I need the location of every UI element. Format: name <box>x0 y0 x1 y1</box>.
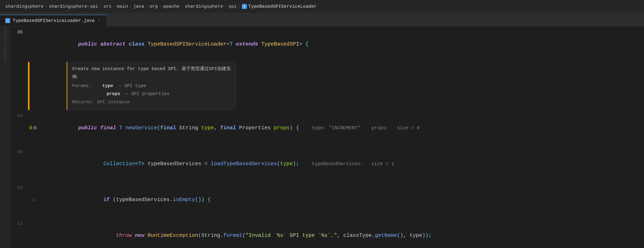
breadcrumb-file: J TypeBasedSPIServiceLoader <box>242 4 316 9</box>
gutter-51 <box>28 218 38 248</box>
code-line-51: 51 throw new RuntimeException(String.for… <box>10 218 644 248</box>
doc-desc2: 例 <box>72 73 231 81</box>
code-lines: 36 public abstract class TypeBasedSPISer… <box>10 26 644 248</box>
breadcrumb-sep-6: › <box>159 4 162 9</box>
tab-bar: J TypeBasedSPIServiceLoader.java × <box>0 13 644 26</box>
doc-param2-row: props – SPI properties <box>72 90 231 98</box>
doc-params: Params: type – SPI type <box>72 82 231 90</box>
doc-popup: Create new instance for type based SPI. … <box>66 62 236 110</box>
ide-root: shardingsphere › shardingsphere-spi › sr… <box>0 0 644 248</box>
doc-param1-name: type <box>102 83 113 88</box>
tab-label: TypeBasedSPIServiceLoader.java <box>12 18 95 23</box>
code-editor: 36 public abstract class TypeBasedSPISer… <box>10 26 644 248</box>
breadcrumb-org[interactable]: org <box>150 4 158 9</box>
code-line-49: 49 Collection<T> typeBasedServices = loa… <box>10 146 644 182</box>
doc-returns: Returns: SPI instance <box>72 99 231 106</box>
breadcrumb-shardingsphere-spi[interactable]: shardingsphere-spi <box>49 4 98 9</box>
doc-params-label: Params: <box>72 83 100 88</box>
tab-file-icon: J <box>5 18 10 23</box>
line-content-49: Collection<T> typeBasedServices = loadTy… <box>38 146 644 182</box>
side-icon-1[interactable]: Welcome to GitHub Copilot <box>2 30 9 37</box>
breadcrumb-spi[interactable]: spi <box>228 4 237 9</box>
breadcrumb-sep-2: › <box>100 4 102 9</box>
breadcrumb-classname[interactable]: TypeBasedSPIServiceLoader <box>248 4 316 9</box>
breadcrumb-src[interactable]: src <box>104 4 112 9</box>
line-number-50: 50 <box>10 182 28 218</box>
doc-popup-row: Create new instance for type based SPI. … <box>10 62 644 110</box>
tab-typebasedserviceloader[interactable]: J TypeBasedSPIServiceLoader.java × <box>0 15 106 26</box>
line-number-48: 48 <box>10 110 28 146</box>
code-line-48: 48 @ ⬤ public final T newService(final S… <box>10 110 644 146</box>
breadcrumb-shardingsphere2[interactable]: shardingsphere <box>185 4 223 9</box>
line-content-50: if (typeBasedServices.isEmpty()) { <box>38 182 644 218</box>
doc-param2-name: props <box>106 91 120 96</box>
gutter-48: @ ⬤ <box>28 110 38 146</box>
breadcrumb: shardingsphere › shardingsphere-spi › sr… <box>0 0 644 13</box>
breadcrumb-shardingsphere[interactable]: shardingsphere <box>5 4 44 9</box>
line-number-36: 36 <box>10 26 28 62</box>
line-number-51: 51 <box>10 218 28 248</box>
breadcrumb-sep-5: › <box>146 4 148 9</box>
tab-close-button[interactable]: × <box>97 18 101 23</box>
breadcrumb-sep-4: › <box>129 4 132 9</box>
editor-area: Welcome to GitHub Copilot 36 public abst… <box>0 26 644 248</box>
side-panel: Welcome to GitHub Copilot <box>0 26 10 248</box>
gutter-49 <box>28 146 38 182</box>
doc-param2-desc: – SPI properties <box>123 91 169 96</box>
gutter-dot-50 <box>32 198 35 201</box>
line-content-36: public abstract class TypeBasedSPIServic… <box>38 26 644 62</box>
code-line-50: 50 if (typeBasedServices.isEmpty()) { <box>10 182 644 218</box>
gutter-at-marker: @ <box>30 122 32 134</box>
breadcrumb-java[interactable]: java <box>133 4 144 9</box>
gutter-circle-48: ⬤ <box>33 122 37 134</box>
breadcrumb-main[interactable]: main <box>117 4 128 9</box>
code-line-36: 36 public abstract class TypeBasedSPISer… <box>10 26 644 62</box>
line-number-49: 49 <box>10 146 28 182</box>
breadcrumb-sep-3: › <box>113 4 116 9</box>
line-content-51: throw new RuntimeException(String.format… <box>38 218 644 248</box>
gutter-36 <box>28 26 38 62</box>
breadcrumb-sep-1: › <box>45 4 47 9</box>
breadcrumb-apache[interactable]: apache <box>163 4 180 9</box>
gutter-50 <box>28 182 38 218</box>
line-content-48: public final T newService(final String t… <box>38 110 644 146</box>
doc-param1-desc: – SPI type <box>116 83 146 88</box>
doc-returns-label: Returns: SPI instance <box>72 99 130 105</box>
breadcrumb-sep-7: › <box>181 4 183 9</box>
breadcrumb-file-icon: J <box>242 4 247 9</box>
breadcrumb-sep-8: › <box>224 4 227 9</box>
breadcrumb-sep-9: › <box>238 4 240 9</box>
doc-desc: Create new instance for type based SPI. … <box>72 65 231 73</box>
